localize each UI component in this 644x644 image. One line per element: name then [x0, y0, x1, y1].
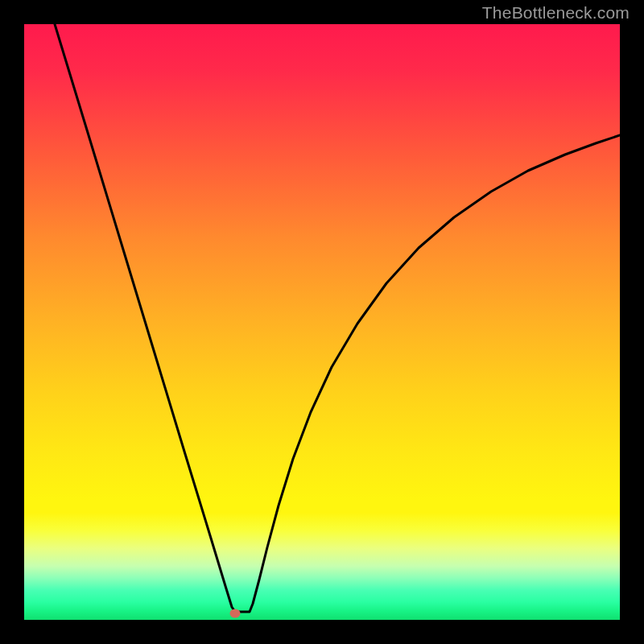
plot-area	[24, 24, 620, 620]
curve-path	[55, 24, 620, 612]
bottleneck-curve	[24, 24, 620, 620]
bottleneck-marker	[230, 609, 241, 618]
chart-canvas: TheBottleneck.com	[0, 0, 644, 644]
watermark-text: TheBottleneck.com	[482, 3, 630, 23]
